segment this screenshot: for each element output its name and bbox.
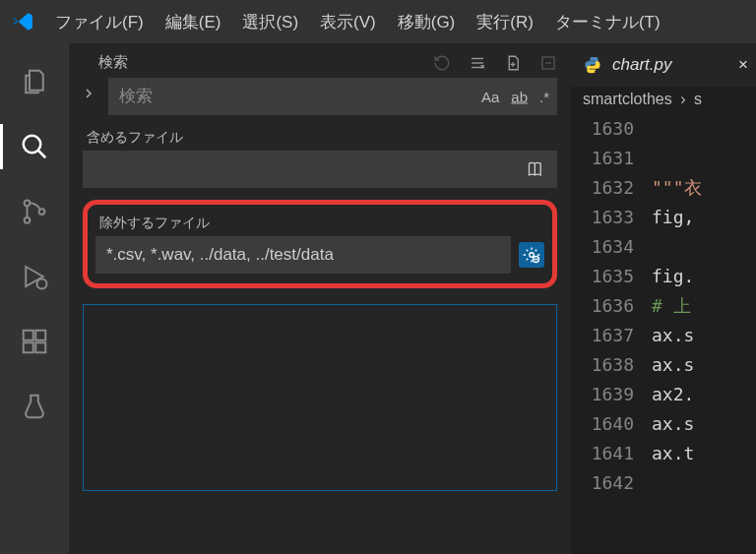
code-editor[interactable]: 163016311632"""衣1633fig,16341635fig.1636… xyxy=(571,112,756,498)
exclude-section-highlight: 除外するファイル xyxy=(83,200,557,288)
run-debug-icon[interactable] xyxy=(18,260,51,293)
code-line[interactable]: 1632"""衣 xyxy=(571,173,756,203)
search-panel: 検索 xyxy=(69,43,571,554)
menu-bar: ファイル(F) 編集(E) 選択(S) 表示(V) 移動(G) 実行(R) ター… xyxy=(0,0,756,43)
line-number: 1639 xyxy=(571,380,652,409)
code-text[interactable]: fig. xyxy=(652,262,694,291)
search-results[interactable] xyxy=(83,304,557,491)
line-number: 1632 xyxy=(571,173,652,203)
line-number: 1641 xyxy=(571,439,652,468)
svg-rect-9 xyxy=(35,342,45,352)
menu-go[interactable]: 移動(G) xyxy=(398,11,456,33)
code-line[interactable]: 1634 xyxy=(571,232,756,262)
editor-area: chart.py × smartclothes › s 163016311632… xyxy=(571,43,756,554)
activity-bar xyxy=(0,43,69,554)
exclude-files-label: 除外するファイル xyxy=(99,215,544,232)
code-line[interactable]: 1636# 上 xyxy=(571,291,756,321)
line-number: 1635 xyxy=(571,262,652,291)
refresh-icon xyxy=(433,54,451,72)
line-number: 1642 xyxy=(571,468,652,498)
line-number: 1636 xyxy=(571,291,652,321)
line-number: 1630 xyxy=(571,114,652,144)
line-number: 1637 xyxy=(571,321,652,350)
menu-view[interactable]: 表示(V) xyxy=(320,11,376,33)
close-tab-icon[interactable]: × xyxy=(738,55,748,75)
include-files-input[interactable] xyxy=(83,151,557,188)
whole-word-toggle[interactable]: ab xyxy=(511,89,528,105)
line-number: 1631 xyxy=(571,144,652,173)
code-text[interactable]: ax.s xyxy=(652,321,694,350)
breadcrumb-seg-2[interactable]: s xyxy=(694,91,702,107)
code-line[interactable]: 1642 xyxy=(571,468,756,498)
code-line[interactable]: 1633fig, xyxy=(571,203,756,232)
new-file-icon[interactable] xyxy=(504,54,522,72)
code-text[interactable]: ax2. xyxy=(652,380,694,409)
search-icon[interactable] xyxy=(18,130,51,163)
include-files-label: 含めるファイル xyxy=(87,129,557,147)
code-line[interactable]: 1630 xyxy=(571,114,756,144)
line-number: 1634 xyxy=(571,232,652,262)
svg-point-3 xyxy=(25,217,31,223)
breadcrumb-seg-1[interactable]: smartclothes xyxy=(583,91,672,107)
exclude-files-input[interactable] xyxy=(95,236,511,274)
line-number: 1638 xyxy=(571,350,652,380)
code-line[interactable]: 1640ax.s xyxy=(571,409,756,439)
use-exclude-settings-icon[interactable] xyxy=(519,242,544,268)
extensions-icon[interactable] xyxy=(18,325,51,358)
code-text[interactable]: ax.s xyxy=(652,350,694,380)
toggle-replace-caret[interactable] xyxy=(83,78,100,99)
clear-results-icon[interactable] xyxy=(469,54,486,72)
book-icon[interactable] xyxy=(524,156,549,182)
svg-point-5 xyxy=(37,279,47,289)
code-line[interactable]: 1639ax2. xyxy=(571,380,756,409)
code-text[interactable]: ax.t xyxy=(652,439,694,468)
search-title: 検索 xyxy=(98,53,128,72)
editor-tab[interactable]: chart.py × xyxy=(571,43,756,87)
line-number: 1633 xyxy=(571,203,652,232)
line-number: 1640 xyxy=(571,409,652,439)
breadcrumb[interactable]: smartclothes › s xyxy=(571,87,756,112)
svg-line-1 xyxy=(38,151,46,158)
code-text[interactable]: fig, xyxy=(652,203,694,232)
menu-edit[interactable]: 編集(E) xyxy=(165,11,221,33)
svg-point-2 xyxy=(25,200,31,206)
menu-select[interactable]: 選択(S) xyxy=(242,11,298,33)
explorer-icon[interactable] xyxy=(18,65,51,98)
regex-toggle[interactable]: .* xyxy=(539,89,549,105)
svg-point-0 xyxy=(24,136,41,154)
code-line[interactable]: 1641ax.t xyxy=(571,439,756,468)
code-text[interactable]: ax.s xyxy=(652,409,694,439)
match-case-toggle[interactable]: Aa xyxy=(481,89,499,105)
menu-terminal[interactable]: ターミナル(T) xyxy=(555,11,661,33)
vscode-logo-icon xyxy=(12,11,33,32)
testing-icon[interactable] xyxy=(18,390,51,423)
code-line[interactable]: 1635fig. xyxy=(571,262,756,291)
source-control-icon[interactable] xyxy=(18,195,51,228)
collapse-icon xyxy=(539,54,557,72)
chevron-right-icon: › xyxy=(680,91,685,107)
menu-file[interactable]: ファイル(F) xyxy=(55,11,144,33)
code-line[interactable]: 1631 xyxy=(571,144,756,173)
python-file-icon xyxy=(583,55,602,75)
svg-point-11 xyxy=(530,253,535,258)
svg-rect-8 xyxy=(24,342,33,352)
code-text[interactable]: """衣 xyxy=(652,173,702,203)
svg-rect-6 xyxy=(24,331,33,340)
code-line[interactable]: 1637ax.s xyxy=(571,321,756,350)
code-text[interactable]: # 上 xyxy=(652,291,691,321)
svg-rect-7 xyxy=(35,331,45,340)
menu-run[interactable]: 実行(R) xyxy=(476,11,534,33)
svg-point-4 xyxy=(39,209,45,215)
editor-tab-filename: chart.py xyxy=(612,55,671,75)
code-line[interactable]: 1638ax.s xyxy=(571,350,756,380)
